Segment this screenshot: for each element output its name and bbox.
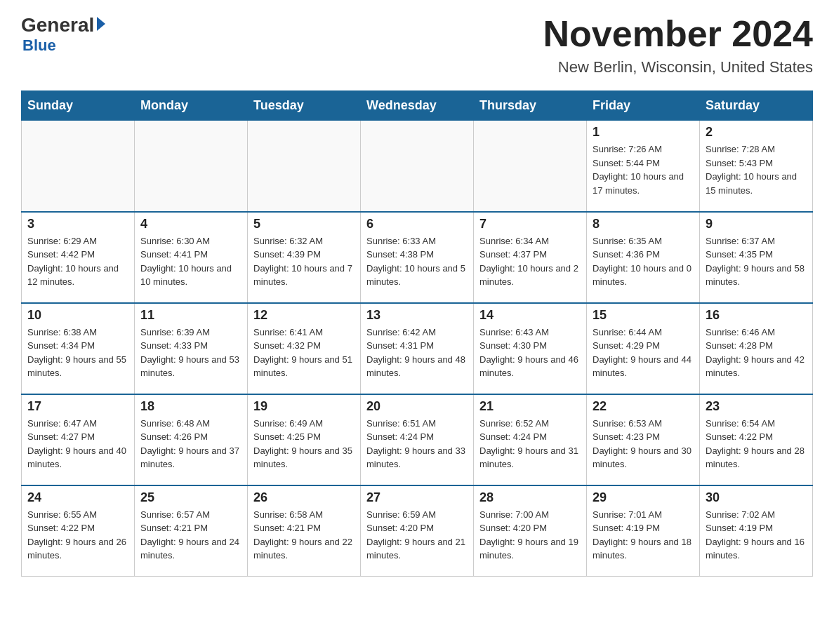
calendar-title-area: November 2024 New Berlin, Wisconsin, Uni… bbox=[543, 14, 813, 76]
table-row: 6Sunrise: 6:33 AMSunset: 4:38 PMDaylight… bbox=[361, 212, 474, 303]
day-info: Sunrise: 6:46 AMSunset: 4:28 PMDaylight:… bbox=[706, 326, 807, 380]
day-info: Sunrise: 6:39 AMSunset: 4:33 PMDaylight:… bbox=[140, 326, 241, 380]
day-info: Sunrise: 6:53 AMSunset: 4:23 PMDaylight:… bbox=[593, 417, 694, 471]
table-row: 29Sunrise: 7:01 AMSunset: 4:19 PMDayligh… bbox=[587, 485, 700, 577]
day-info: Sunrise: 6:55 AMSunset: 4:22 PMDaylight:… bbox=[27, 508, 128, 563]
table-row: 15Sunrise: 6:44 AMSunset: 4:29 PMDayligh… bbox=[587, 303, 700, 394]
day-number: 2 bbox=[706, 125, 807, 140]
table-row: 10Sunrise: 6:38 AMSunset: 4:34 PMDayligh… bbox=[22, 303, 135, 394]
table-row: 27Sunrise: 6:59 AMSunset: 4:20 PMDayligh… bbox=[361, 485, 474, 577]
table-row: 12Sunrise: 6:41 AMSunset: 4:32 PMDayligh… bbox=[248, 303, 361, 394]
table-row bbox=[361, 121, 474, 212]
day-info: Sunrise: 7:28 AMSunset: 5:43 PMDaylight:… bbox=[706, 142, 807, 197]
day-info: Sunrise: 6:49 AMSunset: 4:25 PMDaylight:… bbox=[253, 417, 355, 471]
day-info: Sunrise: 6:48 AMSunset: 4:26 PMDaylight:… bbox=[140, 417, 241, 471]
day-info: Sunrise: 7:01 AMSunset: 4:19 PMDaylight:… bbox=[593, 508, 694, 563]
logo-blue-text: Blue bbox=[22, 36, 56, 55]
table-row: 14Sunrise: 6:43 AMSunset: 4:30 PMDayligh… bbox=[474, 303, 587, 394]
day-number: 21 bbox=[479, 399, 581, 414]
day-info: Sunrise: 6:44 AMSunset: 4:29 PMDaylight:… bbox=[593, 326, 694, 380]
day-info: Sunrise: 6:41 AMSunset: 4:32 PMDaylight:… bbox=[253, 326, 355, 380]
col-thursday: Thursday bbox=[474, 91, 587, 121]
day-number: 15 bbox=[593, 308, 694, 323]
col-sunday: Sunday bbox=[22, 91, 135, 121]
logo-arrow-icon bbox=[97, 17, 105, 31]
calendar-week-row: 24Sunrise: 6:55 AMSunset: 4:22 PMDayligh… bbox=[22, 485, 813, 577]
day-info: Sunrise: 6:37 AMSunset: 4:35 PMDaylight:… bbox=[706, 234, 807, 289]
day-number: 26 bbox=[253, 490, 355, 505]
table-row: 19Sunrise: 6:49 AMSunset: 4:25 PMDayligh… bbox=[248, 394, 361, 485]
table-row: 8Sunrise: 6:35 AMSunset: 4:36 PMDaylight… bbox=[587, 212, 700, 303]
table-row: 18Sunrise: 6:48 AMSunset: 4:26 PMDayligh… bbox=[135, 394, 248, 485]
day-number: 1 bbox=[593, 125, 694, 140]
day-number: 17 bbox=[27, 399, 128, 414]
table-row: 20Sunrise: 6:51 AMSunset: 4:24 PMDayligh… bbox=[361, 394, 474, 485]
day-info: Sunrise: 6:42 AMSunset: 4:31 PMDaylight:… bbox=[366, 326, 468, 380]
logo-general-text: General bbox=[21, 14, 94, 36]
calendar-location: New Berlin, Wisconsin, United States bbox=[543, 58, 813, 76]
day-number: 7 bbox=[479, 217, 581, 232]
table-row: 22Sunrise: 6:53 AMSunset: 4:23 PMDayligh… bbox=[587, 394, 700, 485]
col-saturday: Saturday bbox=[700, 91, 813, 121]
table-row: 7Sunrise: 6:34 AMSunset: 4:37 PMDaylight… bbox=[474, 212, 587, 303]
day-number: 29 bbox=[593, 490, 694, 505]
day-number: 13 bbox=[366, 308, 468, 323]
table-row: 16Sunrise: 6:46 AMSunset: 4:28 PMDayligh… bbox=[700, 303, 813, 394]
day-info: Sunrise: 6:32 AMSunset: 4:39 PMDaylight:… bbox=[253, 234, 355, 289]
day-info: Sunrise: 7:00 AMSunset: 4:20 PMDaylight:… bbox=[479, 508, 581, 563]
day-info: Sunrise: 6:34 AMSunset: 4:37 PMDaylight:… bbox=[479, 234, 581, 289]
day-number: 27 bbox=[366, 490, 468, 505]
table-row: 24Sunrise: 6:55 AMSunset: 4:22 PMDayligh… bbox=[22, 485, 135, 577]
day-info: Sunrise: 6:35 AMSunset: 4:36 PMDaylight:… bbox=[593, 234, 694, 289]
day-number: 18 bbox=[140, 399, 241, 414]
day-info: Sunrise: 6:51 AMSunset: 4:24 PMDaylight:… bbox=[366, 417, 468, 471]
table-row: 28Sunrise: 7:00 AMSunset: 4:20 PMDayligh… bbox=[474, 485, 587, 577]
table-row: 23Sunrise: 6:54 AMSunset: 4:22 PMDayligh… bbox=[700, 394, 813, 485]
table-row: 4Sunrise: 6:30 AMSunset: 4:41 PMDaylight… bbox=[135, 212, 248, 303]
day-info: Sunrise: 6:47 AMSunset: 4:27 PMDaylight:… bbox=[27, 417, 128, 471]
calendar-week-row: 10Sunrise: 6:38 AMSunset: 4:34 PMDayligh… bbox=[22, 303, 813, 394]
day-info: Sunrise: 6:29 AMSunset: 4:42 PMDaylight:… bbox=[27, 234, 128, 289]
logo: General Blue bbox=[21, 14, 105, 55]
day-info: Sunrise: 6:43 AMSunset: 4:30 PMDaylight:… bbox=[479, 326, 581, 380]
day-number: 4 bbox=[140, 217, 241, 232]
col-friday: Friday bbox=[587, 91, 700, 121]
day-number: 5 bbox=[253, 217, 355, 232]
table-row: 21Sunrise: 6:52 AMSunset: 4:24 PMDayligh… bbox=[474, 394, 587, 485]
calendar-table: Sunday Monday Tuesday Wednesday Thursday… bbox=[21, 90, 813, 577]
day-number: 30 bbox=[706, 490, 807, 505]
calendar-month-year: November 2024 bbox=[543, 14, 813, 54]
table-row: 5Sunrise: 6:32 AMSunset: 4:39 PMDaylight… bbox=[248, 212, 361, 303]
day-info: Sunrise: 7:02 AMSunset: 4:19 PMDaylight:… bbox=[706, 508, 807, 563]
table-row: 11Sunrise: 6:39 AMSunset: 4:33 PMDayligh… bbox=[135, 303, 248, 394]
day-number: 19 bbox=[253, 399, 355, 414]
table-row: 9Sunrise: 6:37 AMSunset: 4:35 PMDaylight… bbox=[700, 212, 813, 303]
table-row: 30Sunrise: 7:02 AMSunset: 4:19 PMDayligh… bbox=[700, 485, 813, 577]
day-number: 8 bbox=[593, 217, 694, 232]
table-row: 1Sunrise: 7:26 AMSunset: 5:44 PMDaylight… bbox=[587, 121, 700, 212]
day-number: 24 bbox=[27, 490, 128, 505]
day-number: 9 bbox=[706, 217, 807, 232]
day-info: Sunrise: 6:57 AMSunset: 4:21 PMDaylight:… bbox=[140, 508, 241, 563]
table-row bbox=[474, 121, 587, 212]
day-info: Sunrise: 7:26 AMSunset: 5:44 PMDaylight:… bbox=[593, 142, 694, 197]
day-info: Sunrise: 6:58 AMSunset: 4:21 PMDaylight:… bbox=[253, 508, 355, 563]
day-number: 23 bbox=[706, 399, 807, 414]
day-info: Sunrise: 6:52 AMSunset: 4:24 PMDaylight:… bbox=[479, 417, 581, 471]
calendar-week-row: 1Sunrise: 7:26 AMSunset: 5:44 PMDaylight… bbox=[22, 121, 813, 212]
day-info: Sunrise: 6:30 AMSunset: 4:41 PMDaylight:… bbox=[140, 234, 241, 289]
calendar-week-row: 17Sunrise: 6:47 AMSunset: 4:27 PMDayligh… bbox=[22, 394, 813, 485]
day-info: Sunrise: 6:38 AMSunset: 4:34 PMDaylight:… bbox=[27, 326, 128, 380]
day-number: 6 bbox=[366, 217, 468, 232]
day-number: 28 bbox=[479, 490, 581, 505]
day-info: Sunrise: 6:33 AMSunset: 4:38 PMDaylight:… bbox=[366, 234, 468, 289]
day-number: 11 bbox=[140, 308, 241, 323]
table-row: 17Sunrise: 6:47 AMSunset: 4:27 PMDayligh… bbox=[22, 394, 135, 485]
day-number: 16 bbox=[706, 308, 807, 323]
day-number: 10 bbox=[27, 308, 128, 323]
table-row: 25Sunrise: 6:57 AMSunset: 4:21 PMDayligh… bbox=[135, 485, 248, 577]
day-number: 12 bbox=[253, 308, 355, 323]
day-info: Sunrise: 6:54 AMSunset: 4:22 PMDaylight:… bbox=[706, 417, 807, 471]
col-wednesday: Wednesday bbox=[361, 91, 474, 121]
day-number: 25 bbox=[140, 490, 241, 505]
